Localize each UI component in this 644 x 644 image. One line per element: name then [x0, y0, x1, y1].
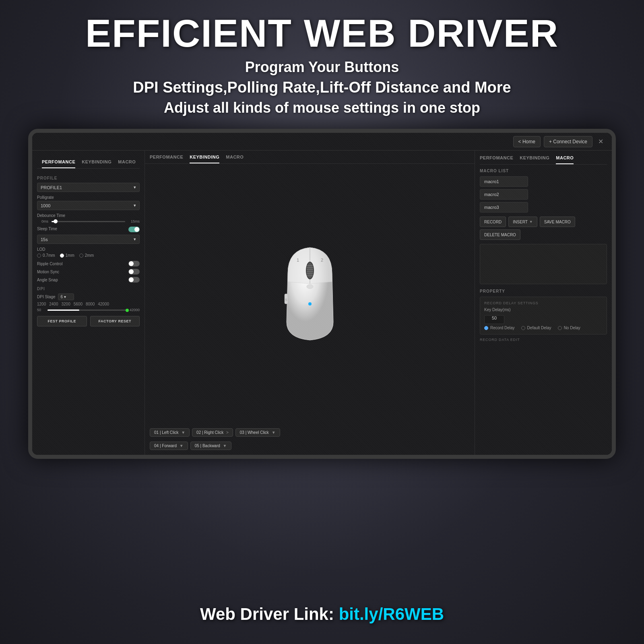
delay-default[interactable]: Default Delay: [521, 326, 551, 330]
fest-profile-button[interactable]: FEST PROFILE: [37, 316, 87, 326]
lod-1mm-radio: [60, 254, 64, 258]
key-delay-label: Key Delay(ms): [484, 308, 511, 312]
macro-item-2[interactable]: macro2: [480, 189, 528, 200]
dpi-stage-row: DPI Stage 6 ▾: [37, 293, 140, 300]
lod-radio-group: 0.7mm 1mm 2mm: [37, 253, 140, 258]
tab-keybinding-right[interactable]: KEYBINDING: [520, 155, 549, 164]
sleep-select[interactable]: 15s ▾: [37, 235, 140, 244]
angle-toggle[interactable]: [128, 277, 140, 283]
debounce-slider[interactable]: 0ms 15ms: [37, 219, 140, 223]
delete-macro-button[interactable]: DELETE MACRO: [480, 229, 520, 240]
mouse-btn-02[interactable]: 02 | Right Click >: [192, 428, 233, 437]
subtitle2: DPI Settings,Polling Rate,Lift-Off Dista…: [0, 79, 644, 96]
dpi-max: 42000: [130, 308, 140, 312]
lod-label: LOD: [37, 247, 140, 252]
mouse-btn-04[interactable]: 04 | Forward ▼: [150, 442, 188, 450]
left-panel: PERFOMANCE KEYBINDING MACRO PROFILE PROF…: [32, 151, 145, 455]
subtitle1: Program Your Buttons: [0, 59, 644, 76]
delay-record[interactable]: Record Delay: [484, 326, 515, 330]
macro-editor[interactable]: [480, 244, 607, 284]
tab-performance-right[interactable]: PERFOMANCE: [480, 155, 513, 164]
insert-button[interactable]: INSERT ▼: [508, 217, 537, 227]
mouse-image: 1 2 5: [274, 242, 346, 346]
factory-reset-button[interactable]: FACTORY RESET: [90, 316, 140, 326]
tab-keybinding-left[interactable]: KEYBINDING: [82, 159, 111, 168]
macro-actions: RECORD INSERT ▼ SAVE MACRO DELETE MACRO: [480, 217, 607, 240]
delay-no-radio: [558, 326, 562, 330]
dpi-section: DPI DPI Stage 6 ▾ 1200 2400: [37, 287, 140, 312]
sleep-toggle[interactable]: [128, 227, 140, 232]
left-tab-nav: PERFOMANCE KEYBINDING MACRO: [37, 155, 140, 169]
web-driver-link[interactable]: bit.ly/R6WEB: [339, 605, 444, 623]
ripple-toggle[interactable]: [128, 261, 140, 266]
lod-07mm[interactable]: 0.7mm: [37, 253, 55, 258]
mouse-btn-01[interactable]: 01 | Left Click ▼: [150, 428, 190, 437]
center-panel: PERFOMANCE KEYBINDING MACRO: [145, 151, 475, 455]
sleep-row: Sleep Time: [37, 227, 140, 232]
lod-1mm[interactable]: 1mm: [60, 253, 74, 258]
macro-item-3[interactable]: macro3: [480, 202, 528, 213]
center-tab-nav: PERFOMANCE KEYBINDING MACRO: [145, 151, 475, 164]
tab-keybinding-center[interactable]: KEYBINDING: [190, 155, 219, 163]
macro-item-1[interactable]: macro1: [480, 176, 528, 187]
right-tab-nav: PERFOMANCE KEYBINDING MACRO: [480, 155, 607, 165]
tab-macro-right[interactable]: MACRO: [556, 155, 574, 164]
mouse-btn-05[interactable]: 05 | Backward ▼: [190, 442, 231, 450]
profile-section-label: PROFILE: [37, 176, 140, 180]
polligrate-label: Polligrate: [37, 195, 140, 200]
angle-knob: [129, 277, 134, 282]
svg-point-2: [307, 262, 313, 279]
record-button[interactable]: RECORD: [480, 217, 506, 227]
record-delay-sublabel: RECORD DELAY SETTINGS: [484, 301, 603, 305]
main-content: PERFOMANCE KEYBINDING MACRO PROFILE PROF…: [32, 151, 612, 455]
connect-device-button[interactable]: + Connect Device: [544, 136, 592, 147]
close-icon[interactable]: ✕: [596, 137, 605, 147]
polligrate-select[interactable]: 1000 ▾: [37, 201, 140, 210]
macro-list-label: MACRO LIST: [480, 169, 607, 173]
ripple-knob: [129, 261, 134, 266]
dpi-fill: [47, 310, 79, 311]
tab-performance-center[interactable]: PERFOMANCE: [150, 155, 183, 163]
dpi-min: 50: [37, 308, 45, 312]
key-delay-input[interactable]: 50: [484, 315, 504, 324]
right-panel: PERFOMANCE KEYBINDING MACRO MACRO LIST m…: [475, 151, 612, 455]
main-title: EFFICIENT WEB DRIVER: [0, 12, 644, 55]
sleep-knob: [134, 227, 139, 232]
save-macro-button[interactable]: SAVE MACRO: [540, 217, 575, 227]
key-delay-row: Key Delay(ms): [484, 308, 603, 312]
tab-macro-center[interactable]: MACRO: [226, 155, 244, 163]
sleep-field: 15s ▾: [37, 235, 140, 244]
debounce-track: [52, 221, 125, 222]
lod-07mm-radio: [37, 254, 41, 258]
dpi-slider-row: 50 42000: [37, 308, 140, 312]
dpi-stage-select[interactable]: 6 ▾: [58, 293, 74, 300]
motion-toggle[interactable]: [128, 269, 140, 275]
svg-point-9: [307, 285, 313, 289]
delay-options: Record Delay Default Delay No Delay: [484, 326, 603, 330]
tab-performance-left[interactable]: PERFOMANCE: [42, 159, 75, 168]
profile-select[interactable]: PROFILE1 ▾: [37, 183, 140, 192]
monitor-frame: < Home + Connect Device ✕ PERFOMANCE KEY…: [28, 129, 616, 459]
mouse-btn-03[interactable]: 03 | Wheel Click ▼: [235, 428, 280, 437]
motion-row: Motion Sync: [37, 269, 140, 275]
polligrate-field: 1000 ▾: [37, 201, 140, 210]
lod-2mm-radio: [79, 254, 83, 258]
motion-knob: [129, 269, 134, 274]
delay-no[interactable]: No Delay: [558, 326, 580, 330]
dpi-stage-label: DPI Stage: [37, 295, 56, 299]
property-section: RECORD DELAY SETTINGS Key Delay(ms) 50 R…: [480, 297, 607, 334]
delay-record-radio: [484, 326, 488, 330]
web-driver-text: Web Driver Link: bit.ly/R6WEB: [0, 605, 644, 624]
tab-macro-left[interactable]: MACRO: [118, 159, 136, 168]
dpi-track[interactable]: [47, 310, 127, 311]
home-button[interactable]: < Home: [513, 136, 541, 147]
ripple-label: Ripple Control: [37, 262, 62, 266]
lod-2mm[interactable]: 2mm: [79, 253, 94, 258]
record-data-label: RECORD DATA EDIT: [480, 338, 607, 342]
debounce-thumb: [54, 219, 58, 223]
ripple-row: Ripple Control: [37, 261, 140, 266]
connect-label: + Connect Device: [549, 139, 587, 144]
bottom-buttons: FEST PROFILE FACTORY RESET: [37, 316, 140, 326]
mouse-button-row: 01 | Left Click ▼ 02 | Right Click > 03 …: [145, 423, 475, 442]
motion-label: Motion Sync: [37, 270, 59, 274]
